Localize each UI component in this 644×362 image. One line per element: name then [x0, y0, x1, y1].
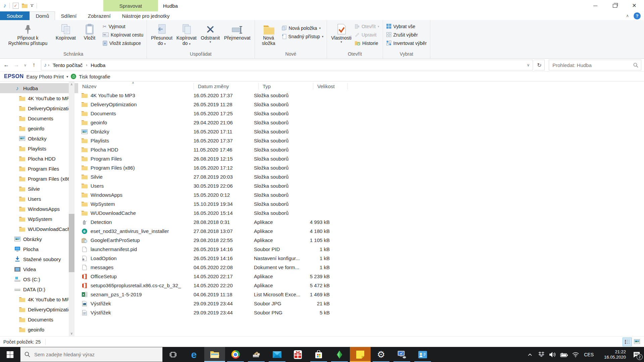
- epson-dropdown-icon[interactable]: ▾: [66, 75, 68, 78]
- breadcrumb-chevron-icon[interactable]: ›: [85, 63, 88, 67]
- taskbar-app-settings[interactable]: ⚙: [371, 347, 391, 362]
- scrollbar-thumb[interactable]: [69, 214, 74, 272]
- up-button[interactable]: ↑: [30, 61, 38, 69]
- sidebar-item-documents[interactable]: Documents: [0, 314, 78, 324]
- table-row[interactable]: setupo365proplusretail.x86.cs-cz_b_32_14…: [78, 281, 644, 290]
- properties-button[interactable]: Vlastnosti ▾: [329, 21, 354, 44]
- table-row[interactable]: Users30.05.2019 22:06Složka souborů: [78, 181, 644, 190]
- sidebar-item-data-d-[interactable]: DATA (D:): [0, 284, 78, 294]
- sidebar-item-geoinfo[interactable]: geoinfo: [0, 123, 78, 133]
- search-input[interactable]: [552, 62, 631, 68]
- breadcrumb-current[interactable]: Hudba: [88, 60, 108, 70]
- table-row[interactable]: DeliveryOptimization26.05.2019 11:28Slož…: [78, 100, 644, 109]
- tab-drive-tools[interactable]: Nástroje pro jednotky: [116, 11, 175, 20]
- sidebar-item-4k-youtube-to-mp3[interactable]: 4K YouTube to MP3: [0, 294, 78, 304]
- taskbar-search-box[interactable]: [20, 347, 163, 362]
- taskbar-app-task-view[interactable]: [163, 347, 183, 362]
- paste-button[interactable]: Vložit: [78, 21, 101, 41]
- sidebar-item-users[interactable]: Users: [0, 194, 78, 204]
- table-row[interactable]: Documents16.05.2020 17:25Složka souborů: [78, 109, 644, 118]
- taskbar-app-people-app[interactable]: [412, 347, 433, 362]
- minimize-button[interactable]: [586, 0, 605, 11]
- table-row[interactable]: LoadOption26.05.2019 14:16Nastavení konf…: [78, 254, 644, 263]
- breadcrumb-this-pc[interactable]: Tento počítač: [50, 60, 85, 70]
- table-row[interactable]: Xseznam_pzs_1-5-201904.06.2019 11:18List…: [78, 290, 644, 299]
- sidebar-scrollbar[interactable]: ∧ ∨: [69, 81, 74, 336]
- refresh-icon[interactable]: ↻: [534, 60, 545, 70]
- help-icon[interactable]: ?: [634, 12, 641, 19]
- table-row[interactable]: messages04.05.2020 22:08Dokument ve form…: [78, 263, 644, 272]
- wifi-icon[interactable]: [570, 347, 581, 362]
- table-row[interactable]: geoinfo29.04.2020 21:06Složka souborů: [78, 118, 644, 127]
- tray-chevron-up-icon[interactable]: [524, 347, 536, 362]
- table-row[interactable]: Plocha HDD11.05.2020 17:46Složka souborů: [78, 145, 644, 154]
- taskbar-app-print-app[interactable]: [246, 347, 267, 362]
- address-dropdown-icon[interactable]: ∨: [524, 60, 533, 70]
- open-button[interactable]: Otevřít▾: [354, 22, 381, 31]
- tab-home[interactable]: Domů: [30, 11, 55, 20]
- sidebar-item-wpsystem[interactable]: WpSystem: [0, 214, 78, 224]
- new-folder-qat-icon[interactable]: [22, 3, 28, 8]
- rename-button[interactable]: Přejmenovat: [222, 21, 253, 41]
- recent-locations-icon[interactable]: ∨: [22, 61, 28, 69]
- sidebar-item-plocha[interactable]: Plocha: [0, 244, 78, 254]
- taskbar-app-microsoft-store[interactable]: [308, 347, 329, 362]
- easy-access-button[interactable]: Snadný přístup▾: [280, 32, 325, 41]
- pin-to-quick-access-button[interactable]: Připnout k Rychlému přístupu: [2, 21, 54, 46]
- table-row[interactable]: Výstřižek29.09.2019 23:44Soubor PNG5 kB: [78, 308, 644, 317]
- invert-selection-button[interactable]: Invertovat výběr: [385, 39, 428, 47]
- epson-tool-button[interactable]: Easy Photo Print: [26, 74, 64, 79]
- sidebar-item-os-c-[interactable]: OS (C:): [0, 274, 78, 284]
- collapse-ribbon-icon[interactable]: ∧: [626, 13, 629, 18]
- breadcrumb-chevron-icon[interactable]: ›: [47, 63, 50, 67]
- properties-qat-icon[interactable]: ✓: [13, 3, 19, 9]
- taskbar-app-pc-app[interactable]: [391, 347, 412, 362]
- table-row[interactable]: Playlists16.05.2020 17:37Složka souborů: [78, 136, 644, 145]
- sidebar-item-playlists[interactable]: Playlists: [0, 143, 78, 154]
- paste-shortcut-button[interactable]: Vložit zástupce: [101, 39, 145, 47]
- table-row[interactable]: Program Files (x86)16.05.2020 17:12Složk…: [78, 163, 644, 172]
- table-row[interactable]: WUDownloadCache16.05.2020 15:14Složka so…: [78, 208, 644, 218]
- close-button[interactable]: ✕: [625, 0, 644, 11]
- print-photo-button[interactable]: Tisk fotografie: [79, 74, 110, 79]
- table-row[interactable]: launchermanifest.pid26.05.2019 14:16Soub…: [78, 245, 644, 254]
- move-to-button[interactable]: Přesunout do ▾: [149, 21, 174, 46]
- table-row[interactable]: 4K YouTube to MP316.05.2020 17:37Složka …: [78, 91, 644, 100]
- sidebar-item-program-files-x86-[interactable]: Program Files (x86): [0, 174, 78, 184]
- column-header-type[interactable]: Typ: [259, 83, 313, 89]
- taskbar-app-chrome[interactable]: [225, 347, 246, 362]
- table-row[interactable]: Program Files26.08.2019 12:15Složka soub…: [78, 154, 644, 163]
- sidebar-item-obr-zky[interactable]: Obrázky: [0, 133, 78, 143]
- taskbar-app-edge[interactable]: e: [183, 347, 204, 362]
- select-all-button[interactable]: Vybrat vše: [385, 22, 428, 31]
- language-indicator[interactable]: CES: [581, 352, 596, 357]
- sidebar-item-geoinfo[interactable]: geoinfo: [0, 324, 78, 335]
- contextual-tab-header[interactable]: Spravovat: [103, 0, 158, 11]
- sidebar-item-sta-en-soubory[interactable]: Stažené soubory: [0, 254, 78, 264]
- dropbox-icon[interactable]: [536, 347, 547, 362]
- search-box[interactable]: [549, 60, 641, 70]
- new-item-button[interactable]: Nová položka▾: [280, 24, 325, 32]
- taskbar-app-file-explorer[interactable]: [204, 347, 225, 362]
- back-button[interactable]: ←: [2, 61, 11, 69]
- battery-icon[interactable]: [558, 347, 570, 362]
- volume-icon[interactable]: [547, 347, 558, 362]
- new-folder-button[interactable]: Nová složka: [257, 21, 280, 46]
- sidebar-item-documents[interactable]: Documents: [0, 113, 78, 123]
- table-row[interactable]: Silvie27.08.2019 20:03Složka souborů: [78, 172, 644, 181]
- column-header-name[interactable]: Název: [78, 83, 194, 89]
- taskbar-app-gift-app[interactable]: [287, 347, 308, 362]
- table-row[interactable]: Detection28.08.2018 0:31Aplikace4 993 kB: [78, 218, 644, 227]
- table-row[interactable]: WpSystem15.10.2019 19:34Složka souborů: [78, 199, 644, 208]
- delete-button[interactable]: ✕ Odstranit ▾: [199, 21, 222, 44]
- sidebar-item-windowsapps[interactable]: WindowsApps: [0, 204, 78, 214]
- history-button[interactable]: Historie: [354, 39, 381, 47]
- table-row[interactable]: Obrázky16.05.2020 17:11Složka souborů: [78, 127, 644, 136]
- sidebar-item-plocha-hdd[interactable]: Plocha HDD: [0, 154, 78, 164]
- tab-view[interactable]: Zobrazení: [82, 11, 116, 20]
- sidebar-item-wudownloadcache[interactable]: WUDownloadCache: [0, 224, 78, 234]
- scroll-down-icon[interactable]: ∨: [69, 330, 74, 336]
- edit-button[interactable]: Upravit: [354, 31, 381, 39]
- start-button[interactable]: [0, 347, 20, 362]
- sidebar-item-deliveryoptimization[interactable]: DeliveryOptimization: [0, 304, 78, 314]
